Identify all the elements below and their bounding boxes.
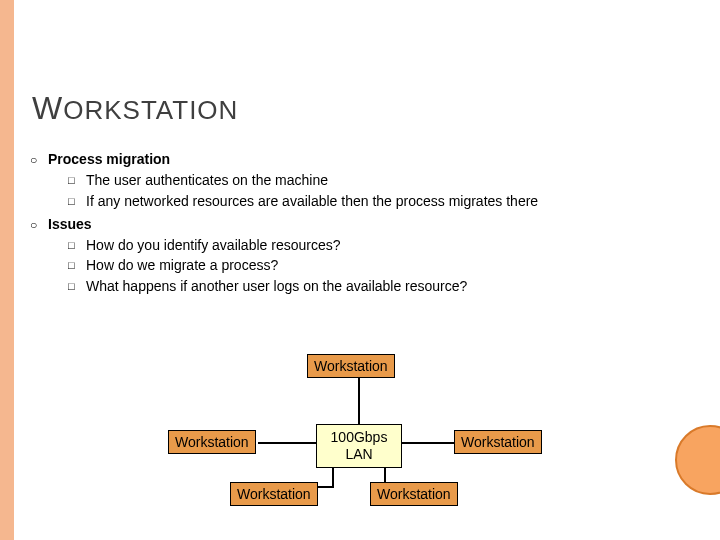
sub-bullet-item: □ What happens if another user logs on t… — [68, 277, 670, 296]
circle-bullet-icon: ○ — [30, 215, 48, 297]
sub-bullet-text: How do you identify available resources? — [86, 236, 670, 255]
bullet-heading: Process migration — [48, 150, 670, 169]
square-bullet-icon: □ — [68, 236, 86, 255]
title-first-letter: W — [32, 90, 63, 126]
connector-line — [400, 442, 460, 444]
sub-bullet-text: What happens if another user logs on the… — [86, 277, 670, 296]
sub-bullet-item: □ The user authenticates on the machine — [68, 171, 670, 190]
sub-bullet-item: □ How do we migrate a process? — [68, 256, 670, 275]
workstation-node-top: Workstation — [307, 354, 395, 378]
content-area: ○ Process migration □ The user authentic… — [30, 150, 670, 300]
sub-bullet-text: How do we migrate a process? — [86, 256, 670, 275]
workstation-label: Workstation — [461, 434, 535, 450]
workstation-node-bottom-left: Workstation — [230, 482, 318, 506]
workstation-label: Workstation — [175, 434, 249, 450]
sub-bullet-text: The user authenticates on the machine — [86, 171, 670, 190]
lan-label-line1: 100Gbps LAN — [331, 429, 388, 462]
square-bullet-icon: □ — [68, 192, 86, 211]
bullet-item: ○ Process migration □ The user authentic… — [30, 150, 670, 211]
square-bullet-icon: □ — [68, 171, 86, 190]
workstation-node-bottom-right: Workstation — [370, 482, 458, 506]
sub-bullet-item: □ How do you identify available resource… — [68, 236, 670, 255]
sub-bullet-item: □ If any networked resources are availab… — [68, 192, 670, 211]
lan-node: 100Gbps LAN — [316, 424, 402, 468]
workstation-node-left: Workstation — [168, 430, 256, 454]
square-bullet-icon: □ — [68, 256, 86, 275]
workstation-label: Workstation — [314, 358, 388, 374]
connector-line — [258, 442, 318, 444]
sub-bullet-text: If any networked resources are available… — [86, 192, 670, 211]
bullet-item: ○ Issues □ How do you identify available… — [30, 215, 670, 297]
network-diagram: 100Gbps LAN Workstation Workstation Work… — [0, 350, 720, 530]
circle-bullet-icon: ○ — [30, 150, 48, 211]
connector-line — [358, 376, 360, 426]
workstation-label: Workstation — [237, 486, 311, 502]
title-rest: ORKSTATION — [63, 95, 238, 125]
workstation-node-right: Workstation — [454, 430, 542, 454]
square-bullet-icon: □ — [68, 277, 86, 296]
workstation-label: Workstation — [377, 486, 451, 502]
slide-title: WORKSTATION — [32, 90, 238, 127]
bullet-heading: Issues — [48, 215, 670, 234]
